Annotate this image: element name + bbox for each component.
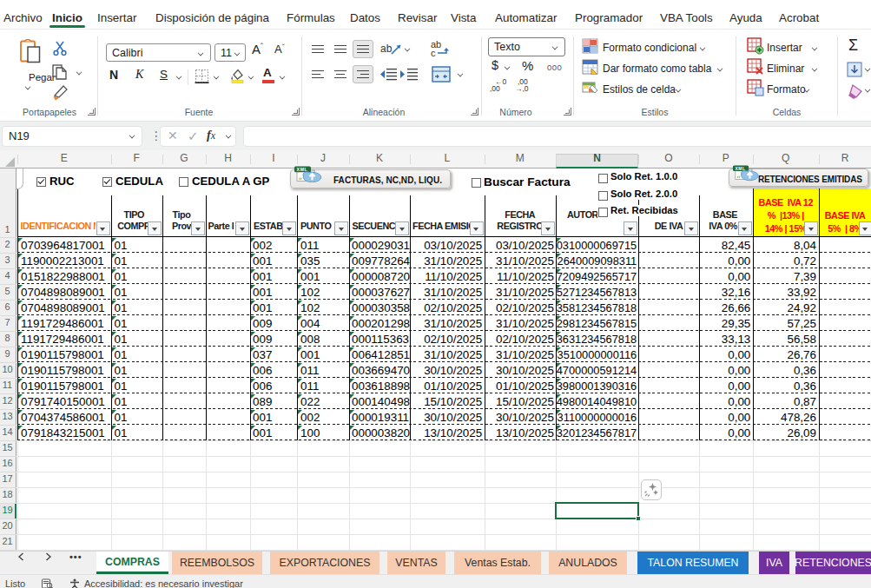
svg-text:c: c <box>431 48 436 57</box>
svg-text:,00: ,00 <box>490 84 500 93</box>
svg-text:ab: ab <box>380 43 393 55</box>
svg-text:→,0: →,0 <box>515 84 529 93</box>
svg-text:‹›: ‹› <box>299 175 302 181</box>
svg-text:‹›: ‹› <box>737 174 741 179</box>
svg-text:XML: XML <box>297 167 308 172</box>
svg-text:XML: XML <box>735 167 745 171</box>
